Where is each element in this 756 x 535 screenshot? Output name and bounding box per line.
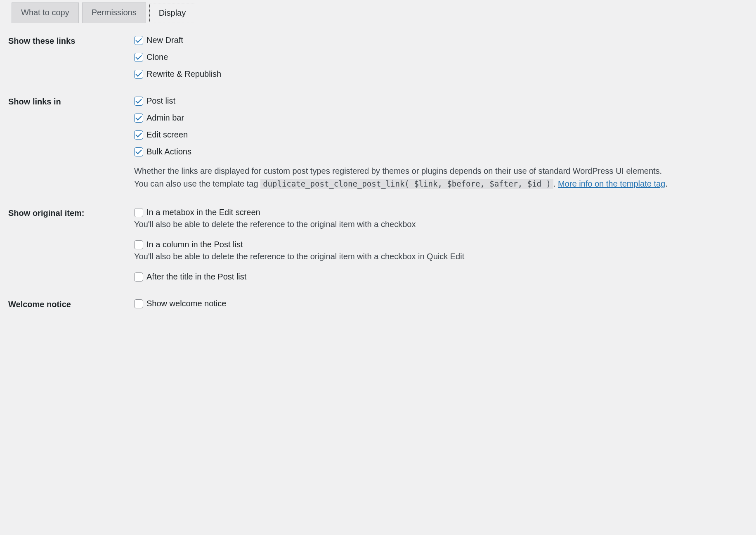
checkbox-post-list[interactable] xyxy=(134,97,143,106)
show-links-in-description: Whether the links are displayed for cust… xyxy=(134,165,748,190)
checkbox-new-draft[interactable] xyxy=(134,36,143,45)
checkbox-label-rewrite-republish[interactable]: Rewrite & Republish xyxy=(146,69,221,79)
checkbox-label-post-list[interactable]: Post list xyxy=(146,96,175,106)
row-welcome-notice: Welcome notice Show welcome notice xyxy=(8,299,748,309)
checkbox-rewrite-republish[interactable] xyxy=(134,70,143,79)
desc-line2-post: . xyxy=(665,179,668,188)
checkbox-label-metabox-edit-screen[interactable]: In a metabox in the Edit screen xyxy=(146,208,260,217)
row-show-links-in: Show links in Post list Admin bar Edit s… xyxy=(8,96,748,190)
checkbox-edit-screen[interactable] xyxy=(134,130,143,140)
row-show-original: Show original item: In a metabox in the … xyxy=(8,208,748,282)
tab-what-to-copy[interactable]: What to copy xyxy=(12,2,79,23)
checkbox-label-clone[interactable]: Clone xyxy=(146,52,168,62)
checkbox-label-new-draft[interactable]: New Draft xyxy=(146,36,183,45)
checkbox-label-column-post-list[interactable]: In a column in the Post list xyxy=(146,240,243,249)
checkbox-label-after-title[interactable]: After the title in the Post list xyxy=(146,272,246,282)
checkbox-label-edit-screen[interactable]: Edit screen xyxy=(146,130,188,140)
checkbox-clone[interactable] xyxy=(134,53,143,62)
tab-permissions[interactable]: Permissions xyxy=(82,2,146,23)
label-show-links-in: Show links in xyxy=(8,96,134,107)
label-welcome-notice: Welcome notice xyxy=(8,299,134,309)
checkbox-label-bulk-actions[interactable]: Bulk Actions xyxy=(146,147,191,156)
label-show-original: Show original item: xyxy=(8,208,134,218)
desc-code: duplicate_post_clone_post_link( $link, $… xyxy=(260,179,553,189)
checkbox-admin-bar[interactable] xyxy=(134,114,143,123)
checkbox-label-welcome-notice[interactable]: Show welcome notice xyxy=(146,299,226,308)
checkbox-metabox-edit-screen[interactable] xyxy=(134,208,143,217)
row-show-links: Show these links New Draft Clone Rewrite… xyxy=(8,36,748,79)
checkbox-column-post-list[interactable] xyxy=(134,240,143,249)
tabs-nav: What to copy Permissions Display xyxy=(12,0,748,23)
sub-desc-column: You'll also be able to delete the refere… xyxy=(134,252,748,261)
checkbox-welcome-notice[interactable] xyxy=(134,299,143,308)
checkbox-label-admin-bar[interactable]: Admin bar xyxy=(146,113,184,123)
desc-line2-pre: You can also use the template tag xyxy=(134,179,260,188)
checkbox-bulk-actions[interactable] xyxy=(134,147,143,156)
desc-line1: Whether the links are displayed for cust… xyxy=(134,166,662,175)
sub-desc-metabox: You'll also be able to delete the refere… xyxy=(134,220,748,229)
label-show-links: Show these links xyxy=(8,36,134,46)
desc-line2-mid: . xyxy=(553,179,558,188)
checkbox-after-title[interactable] xyxy=(134,272,143,282)
template-tag-link[interactable]: More info on the template tag xyxy=(558,179,665,188)
tab-display[interactable]: Display xyxy=(149,3,196,23)
